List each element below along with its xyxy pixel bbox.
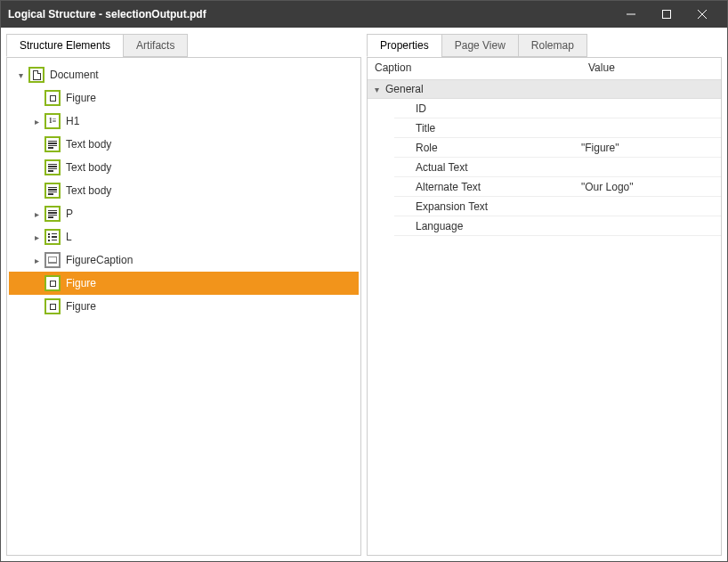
- tree-label: Text body: [66, 161, 111, 174]
- square-icon: [44, 298, 61, 314]
- tree-label: Document: [50, 69, 99, 81]
- expander-empty: [30, 277, 43, 289]
- tree-row-document[interactable]: ▾Document: [9, 63, 359, 86]
- property-caption: Actual Text: [394, 161, 581, 174]
- h1-icon: 1≡: [44, 113, 61, 129]
- tree-row[interactable]: Figure: [9, 86, 359, 110]
- property-row[interactable]: Role"Figure": [394, 138, 721, 158]
- property-group-label: General: [385, 83, 424, 95]
- property-caption: ID: [394, 102, 581, 115]
- tree-row[interactable]: Text body: [9, 133, 359, 156]
- tree-row[interactable]: Figure: [9, 295, 359, 318]
- left-pane: Structure Elements Artifacts ▾DocumentFi…: [6, 33, 361, 556]
- window-title: Logical Structure - selectionOutput.pdf: [8, 8, 613, 20]
- property-caption: Language: [394, 220, 581, 232]
- svg-rect-1: [663, 11, 671, 19]
- tree-row[interactable]: ▸FigureCaption: [9, 248, 359, 272]
- minimize-button[interactable]: [613, 1, 649, 28]
- properties-panel: Caption Value ▾ General IDTitleRole"Figu…: [367, 57, 722, 556]
- tree-row[interactable]: Text body: [9, 179, 359, 202]
- header-value: Value: [581, 58, 622, 79]
- tree-row[interactable]: Text body: [9, 156, 359, 179]
- tab-page-view[interactable]: Page View: [441, 34, 519, 57]
- property-group-general[interactable]: ▾ General: [368, 79, 721, 99]
- properties-header: Caption Value: [368, 58, 721, 79]
- property-value: "Our Logo": [581, 181, 721, 193]
- tree-label: L: [66, 231, 72, 243]
- maximize-button[interactable]: [649, 1, 684, 28]
- text-icon: [44, 159, 61, 175]
- expander-empty: [30, 300, 43, 313]
- property-row[interactable]: Actual Text: [394, 158, 721, 177]
- expander-empty: [30, 92, 43, 104]
- tree-label: FigureCaption: [66, 254, 133, 266]
- tree-label: Figure: [66, 300, 96, 313]
- caption-icon: [44, 252, 61, 268]
- header-caption: Caption: [368, 58, 581, 79]
- tree-row[interactable]: ▸L: [9, 225, 359, 248]
- chevron-right-icon[interactable]: ▸: [30, 115, 43, 127]
- expander-empty: [30, 138, 43, 151]
- list-icon: [44, 229, 61, 245]
- expander-empty: [30, 184, 43, 197]
- tree-label: Figure: [66, 92, 96, 104]
- titlebar: Logical Structure - selectionOutput.pdf: [1, 1, 727, 28]
- text-icon: [44, 136, 61, 152]
- tab-artifacts[interactable]: Artifacts: [123, 34, 188, 57]
- doc-icon: [28, 67, 44, 83]
- tree-row[interactable]: Figure: [9, 272, 359, 295]
- close-button[interactable]: [684, 1, 720, 28]
- text-icon: [44, 183, 61, 199]
- property-caption: Role: [394, 142, 581, 154]
- tab-properties[interactable]: Properties: [367, 34, 442, 57]
- property-row[interactable]: Expansion Text: [394, 197, 721, 216]
- property-caption: Title: [394, 122, 581, 134]
- tree-label: H1: [66, 115, 79, 127]
- tree-label: P: [66, 208, 73, 220]
- tree-label: Figure: [66, 277, 96, 289]
- right-pane: Properties Page View Rolemap Caption Val…: [367, 33, 722, 556]
- chevron-right-icon[interactable]: ▸: [30, 208, 43, 220]
- left-tabs: Structure Elements Artifacts: [6, 34, 361, 58]
- tab-structure-elements[interactable]: Structure Elements: [6, 34, 124, 57]
- chevron-down-icon[interactable]: ▾: [14, 69, 27, 81]
- tree-label: Text body: [66, 138, 111, 151]
- tab-rolemap[interactable]: Rolemap: [518, 34, 587, 57]
- tree-row[interactable]: ▸P: [9, 202, 359, 225]
- property-caption: Alternate Text: [394, 181, 581, 193]
- property-value: "Figure": [581, 142, 721, 154]
- tree-row[interactable]: ▸1≡H1: [9, 110, 359, 133]
- chevron-right-icon[interactable]: ▸: [30, 231, 43, 243]
- property-caption: Expansion Text: [394, 200, 581, 213]
- square-icon: [44, 90, 61, 106]
- property-row[interactable]: Alternate Text"Our Logo": [394, 177, 721, 197]
- chevron-right-icon[interactable]: ▸: [30, 254, 43, 266]
- property-row[interactable]: Title: [394, 118, 721, 138]
- text-icon: [44, 206, 61, 222]
- structure-tree: ▾DocumentFigure▸1≡H1Text bodyText bodyTe…: [6, 57, 361, 556]
- chevron-down-icon: ▾: [368, 85, 385, 94]
- property-row[interactable]: ID: [394, 99, 721, 118]
- expander-empty: [30, 161, 43, 174]
- square-icon: [44, 275, 61, 291]
- tree-label: Text body: [66, 184, 111, 197]
- right-tabs: Properties Page View Rolemap: [367, 34, 722, 58]
- property-row[interactable]: Language: [394, 216, 721, 236]
